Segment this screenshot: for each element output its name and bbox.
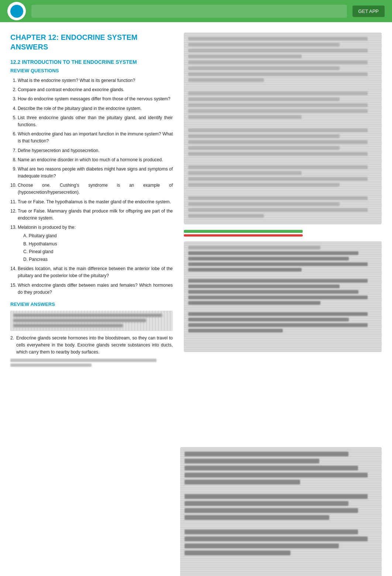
question-1: What is the endocrine system? What is it… [18, 77, 173, 84]
right-blurred-doc-2 [184, 241, 382, 352]
question-9: What are two reasons people with diabete… [18, 166, 173, 180]
question-6: Which endocrine gland has an important f… [18, 131, 173, 145]
get-app-button[interactable]: GET APP [353, 6, 385, 17]
logo-icon [10, 5, 23, 18]
questions-list: What is the endocrine system? What is it… [10, 77, 173, 296]
chapter-title: CHAPTER 12: ENDOCRINE SYSTEM ANSWERS [10, 32, 173, 52]
question-15: Which endocrine glands differ between ma… [18, 282, 173, 296]
main-content: CHAPTER 12: ENDOCRINE SYSTEM ANSWERS 12.… [3, 25, 389, 374]
answer-2: 2. Endocrine glands secrete hormones int… [10, 335, 173, 356]
option-a: A. Pituitary gland [23, 232, 173, 239]
question-13-options: A. Pituitary gland B. Hypothalamus C. Pi… [18, 232, 173, 263]
option-c: C. Pineal gland [23, 248, 173, 255]
bottom-section [3, 444, 389, 576]
header-search-bar[interactable] [31, 5, 347, 18]
right-blurred-doc-bottom [180, 447, 382, 576]
question-10: Choose one. Cushing's syndrome is an exa… [18, 182, 173, 196]
header: GET APP [0, 0, 392, 22]
question-14: Besides location, what is the main diffe… [18, 265, 173, 279]
question-4: Describe the role of the pituitary gland… [18, 105, 173, 112]
bottom-left [10, 447, 180, 576]
right-panel [180, 32, 382, 367]
answer-1-blurred [10, 311, 173, 331]
question-8: Name an endocrine disorder in which too … [18, 156, 173, 163]
highlight-bars [184, 228, 382, 241]
question-2: Compare and contrast endocrine and exocr… [18, 86, 173, 93]
left-panel: CHAPTER 12: ENDOCRINE SYSTEM ANSWERS 12.… [10, 32, 180, 367]
right-blurred-doc-1 [184, 32, 382, 224]
question-12: True or False. Mammary glands that produ… [18, 208, 173, 222]
question-7: Define hypersecretion and hyposecretion. [18, 147, 173, 154]
question-5: List three endocrine glands other than t… [18, 114, 173, 128]
question-13: Melatonin is produced by the: A. Pituita… [18, 224, 173, 263]
page-wrapper: GET APP CHAPTER 12: ENDOCRINE SYSTEM ANS… [0, 0, 392, 576]
question-3: How do endocrine system messages differ … [18, 96, 173, 103]
option-d: D. Pancreas [23, 256, 173, 263]
answer-continuation-blurred [10, 359, 173, 367]
section-title: 12.2 INTRODUCTION TO THE ENDOCRINE SYSTE… [10, 59, 173, 65]
logo-area [7, 2, 26, 20]
whitespace-middle [3, 377, 389, 444]
logo-circle [7, 2, 26, 20]
option-b: B. Hypothalamus [23, 241, 173, 248]
bottom-right [180, 447, 382, 576]
review-answers-label: REVIEW ANSWERS [10, 301, 173, 307]
review-questions-label: REVIEW QUESTIONS [10, 68, 173, 73]
question-11: True or False. The hypothalamus is the m… [18, 199, 173, 206]
